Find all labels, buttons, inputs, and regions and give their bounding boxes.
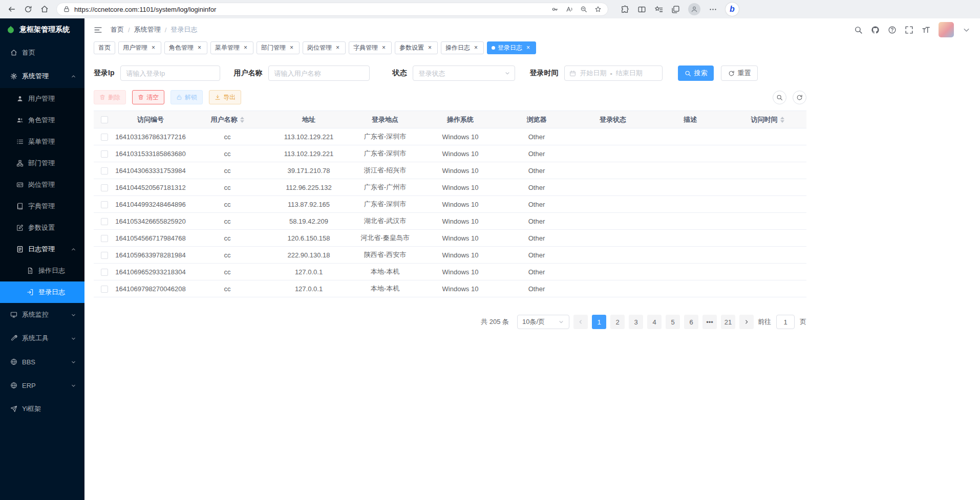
tab-param-settings[interactable]: 参数设置× [395, 41, 438, 54]
tab-dict-mgmt[interactable]: 字典管理× [349, 41, 392, 54]
sidebar-item-bbs[interactable]: BBS [0, 350, 84, 374]
address-bar[interactable]: https://ccnetcore.com:1101/system/log/lo… [56, 3, 608, 16]
tab-user-mgmt[interactable]: 用户管理× [118, 41, 161, 54]
row-checkbox[interactable] [101, 286, 108, 293]
breadcrumb-system-mgmt[interactable]: 系统管理 [134, 25, 161, 34]
more-pages-button[interactable]: ••• [702, 315, 717, 329]
sidebar-item-yi-framework[interactable]: Yi框架 [0, 397, 84, 421]
reset-button[interactable]: 重置 [721, 66, 758, 81]
tab-menu-mgmt[interactable]: 菜单管理× [210, 41, 253, 54]
table-row[interactable]: 1641031367863177216 cc 113.102.129.221 广… [94, 128, 806, 145]
table-row[interactable]: 1641043063331753984 cc 39.171.210.78 浙江省… [94, 162, 806, 179]
page-button-6[interactable]: 6 [684, 315, 698, 329]
tab-home[interactable]: 首页 [94, 41, 115, 54]
sidebar-item-dict-mgmt[interactable]: 字典管理 [0, 195, 84, 217]
sidebar-item-user-mgmt[interactable]: 用户管理 [0, 88, 84, 110]
table-row[interactable]: 1641069798270046208 cc 127.0.0.1 本地-本机 W… [94, 280, 806, 297]
close-icon[interactable]: × [380, 45, 387, 51]
sidebar-item-log-mgmt[interactable]: 日志管理 [0, 238, 84, 260]
row-checkbox[interactable] [101, 134, 108, 141]
sidebar-item-home[interactable]: 首页 [0, 41, 84, 64]
next-page-button[interactable] [739, 315, 754, 329]
sidebar-item-system-monitor[interactable]: 系统监控 [0, 303, 84, 327]
browser-back-button[interactable] [4, 2, 19, 16]
sort-icon[interactable] [240, 117, 244, 123]
close-icon[interactable]: × [427, 45, 433, 51]
sidebar-item-role-mgmt[interactable]: 角色管理 [0, 110, 84, 131]
toggle-search-button[interactable] [773, 91, 786, 104]
chevron-down-icon[interactable] [962, 26, 971, 34]
table-row[interactable]: 1641044993248464896 cc 113.87.92.165 广东省… [94, 196, 806, 213]
close-icon[interactable]: × [242, 45, 249, 51]
select-all-checkbox[interactable] [101, 116, 108, 123]
browser-profile-button[interactable] [688, 3, 700, 15]
browser-menu-icon[interactable] [709, 5, 717, 14]
row-checkbox[interactable] [101, 235, 108, 242]
split-screen-icon[interactable] [637, 5, 646, 14]
refresh-table-button[interactable] [793, 91, 806, 104]
unlock-button[interactable]: 解锁 [171, 90, 203, 104]
column-header-username[interactable]: 用户名称 [186, 111, 269, 128]
status-select[interactable] [413, 66, 515, 81]
username-input[interactable] [268, 66, 370, 81]
close-icon[interactable]: × [288, 45, 295, 51]
row-checkbox[interactable] [101, 167, 108, 175]
table-row[interactable]: 1641069652933218304 cc 127.0.0.1 本地-本机 W… [94, 264, 806, 280]
row-checkbox[interactable] [101, 269, 108, 276]
zoom-out-icon[interactable] [580, 6, 587, 13]
status-select-input[interactable] [413, 66, 515, 81]
fullscreen-icon[interactable] [905, 26, 913, 34]
row-checkbox[interactable] [101, 201, 108, 208]
sidebar-item-login-log[interactable]: 登录日志 [0, 281, 84, 303]
page-button-4[interactable]: 4 [647, 315, 662, 329]
row-checkbox[interactable] [101, 218, 108, 225]
sidebar-item-system-mgmt[interactable]: 系统管理 [0, 64, 84, 88]
row-checkbox[interactable] [101, 150, 108, 158]
clear-button[interactable]: 清空 [132, 90, 164, 104]
sidebar-item-erp[interactable]: ERP [0, 374, 84, 397]
table-row[interactable]: 1641044520567181312 cc 112.96.225.132 广东… [94, 179, 806, 196]
row-checkbox[interactable] [101, 184, 108, 191]
extensions-icon[interactable] [621, 5, 629, 14]
login-ip-input[interactable] [120, 66, 220, 81]
password-key-icon[interactable] [551, 6, 559, 13]
tab-post-mgmt[interactable]: 岗位管理× [303, 41, 346, 54]
tab-dept-mgmt[interactable]: 部门管理× [257, 41, 300, 54]
site-info-icon[interactable] [63, 6, 70, 13]
user-avatar[interactable] [939, 22, 954, 37]
page-button-last[interactable]: 21 [721, 315, 735, 329]
delete-button[interactable]: 删除 [94, 90, 126, 104]
sidebar-item-param-settings[interactable]: 参数设置 [0, 217, 84, 238]
sidebar-item-system-tools[interactable]: 系统工具 [0, 327, 84, 350]
favorites-bar-icon[interactable] [654, 5, 663, 14]
sidebar-item-dept-mgmt[interactable]: 部门管理 [0, 153, 84, 174]
prev-page-button[interactable] [573, 315, 588, 329]
sidebar-item-post-mgmt[interactable]: 岗位管理 [0, 174, 84, 195]
close-icon[interactable]: × [150, 45, 157, 51]
collapse-sidebar-icon[interactable] [94, 26, 102, 34]
search-button[interactable]: 搜索 [678, 66, 714, 81]
tab-oper-log[interactable]: 操作日志× [441, 41, 484, 54]
browser-refresh-button[interactable] [20, 2, 36, 16]
bing-icon[interactable]: b [726, 3, 739, 16]
table-row[interactable]: 1641053426655825920 cc 58.19.42.209 湖北省-… [94, 213, 806, 230]
sidebar-item-menu-mgmt[interactable]: 菜单管理 [0, 131, 84, 153]
tab-role-mgmt[interactable]: 角色管理× [164, 41, 207, 54]
page-button-1[interactable]: 1 [592, 315, 606, 329]
row-checkbox[interactable] [101, 252, 108, 259]
tab-login-log[interactable]: 登录日志× [487, 41, 536, 54]
close-icon[interactable]: × [334, 45, 341, 51]
sort-icon[interactable] [780, 117, 784, 123]
font-size-icon[interactable] [922, 26, 930, 34]
column-header-visit-time[interactable]: 访问时间 [729, 111, 806, 128]
close-icon[interactable]: × [525, 45, 531, 51]
table-row[interactable]: 1641059633978281984 cc 222.90.130.18 陕西省… [94, 247, 806, 264]
github-icon[interactable] [871, 26, 880, 34]
goto-page-input[interactable] [776, 315, 795, 329]
help-icon[interactable] [888, 26, 897, 34]
browser-home-button[interactable] [37, 2, 52, 16]
collections-icon[interactable] [671, 5, 680, 14]
close-icon[interactable]: × [196, 45, 203, 51]
page-button-3[interactable]: 3 [629, 315, 643, 329]
table-row[interactable]: 1641031533185863680 cc 113.102.129.221 广… [94, 145, 806, 162]
